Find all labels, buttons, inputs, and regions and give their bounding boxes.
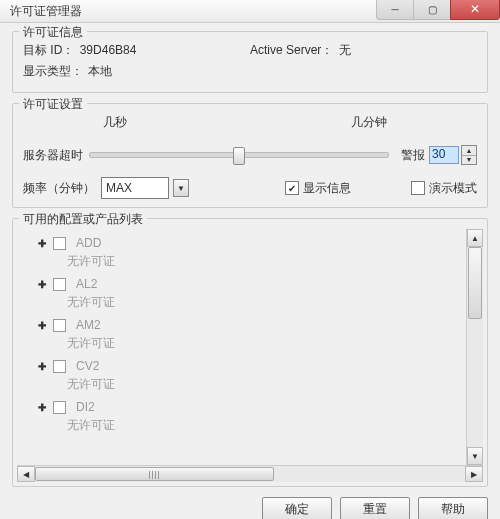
- expand-icon[interactable]: ✚: [37, 238, 47, 248]
- spin-up-icon[interactable]: ▲: [462, 146, 476, 156]
- checkbox-icon: [411, 181, 425, 195]
- help-button[interactable]: 帮助: [418, 497, 488, 519]
- scroll-down-icon[interactable]: ▼: [467, 447, 483, 465]
- frequency-label: 频率（分钟）: [23, 180, 95, 197]
- frequency-select[interactable]: MAX: [101, 177, 169, 199]
- close-button[interactable]: ✕: [450, 0, 500, 20]
- active-server-label: Active Server：: [250, 42, 333, 59]
- vertical-scrollbar[interactable]: ▲ ▼: [466, 229, 483, 465]
- scroll-thumb[interactable]: [468, 247, 482, 319]
- list-item[interactable]: ✚ADD无许可证: [37, 235, 460, 270]
- product-status: 无许可证: [67, 335, 460, 352]
- server-timeout-slider[interactable]: [89, 152, 389, 158]
- product-list-legend: 可用的配置或产品列表: [19, 211, 147, 228]
- product-list[interactable]: ✚ADD无许可证✚AL2无许可证✚AM2无许可证✚CV2无许可证✚DI2无许可证: [17, 229, 466, 465]
- maximize-button[interactable]: ▢: [413, 0, 451, 20]
- display-type-label: 显示类型：: [23, 63, 83, 80]
- license-settings-legend: 许可证设置: [19, 96, 87, 113]
- license-info-legend: 许可证信息: [19, 24, 87, 41]
- titlebar: 许可证管理器 ─ ▢ ✕: [0, 0, 500, 23]
- list-item[interactable]: ✚CV2无许可证: [37, 358, 460, 393]
- footer-buttons: 确定 重置 帮助: [0, 493, 500, 519]
- slider-thumb[interactable]: [233, 147, 245, 165]
- alarm-label: 警报: [401, 147, 425, 164]
- expand-icon[interactable]: ✚: [37, 320, 47, 330]
- product-checkbox[interactable]: [53, 278, 66, 291]
- product-status: 无许可证: [67, 253, 460, 270]
- target-id-value: 39D46B84: [80, 43, 137, 57]
- scroll-right-icon[interactable]: ▶: [465, 466, 483, 482]
- target-id-label: 目标 ID：: [23, 42, 74, 59]
- checkbox-icon: ✔: [285, 181, 299, 195]
- product-code: CV2: [76, 359, 99, 373]
- product-checkbox[interactable]: [53, 401, 66, 414]
- product-checkbox[interactable]: [53, 360, 66, 373]
- expand-icon[interactable]: ✚: [37, 402, 47, 412]
- product-status: 无许可证: [67, 376, 460, 393]
- list-item[interactable]: ✚AM2无许可证: [37, 317, 460, 352]
- list-item[interactable]: ✚AL2无许可证: [37, 276, 460, 311]
- reset-button[interactable]: 重置: [340, 497, 410, 519]
- spin-down-icon[interactable]: ▼: [462, 156, 476, 165]
- active-server-value: 无: [339, 42, 351, 59]
- seconds-label: 几秒: [103, 114, 127, 131]
- product-code: AL2: [76, 277, 97, 291]
- product-status: 无许可证: [67, 417, 460, 434]
- alarm-spinner[interactable]: ▲ ▼: [461, 145, 477, 165]
- minimize-button[interactable]: ─: [376, 0, 414, 20]
- window-title: 许可证管理器: [10, 3, 82, 20]
- chevron-down-icon[interactable]: ▼: [173, 179, 189, 197]
- frequency-value: MAX: [106, 181, 132, 195]
- product-code: ADD: [76, 236, 101, 250]
- ok-button[interactable]: 确定: [262, 497, 332, 519]
- alarm-input[interactable]: 30: [429, 146, 459, 164]
- product-status: 无许可证: [67, 294, 460, 311]
- license-settings-group: 许可证设置 几秒 几分钟 服务器超时 警报 30 ▲ ▼ 频率（分钟） MAX: [12, 103, 488, 208]
- show-info-checkbox[interactable]: ✔ 显示信息: [285, 180, 351, 197]
- product-list-group: 可用的配置或产品列表 ✚ADD无许可证✚AL2无许可证✚AM2无许可证✚CV2无…: [12, 218, 488, 487]
- show-info-label: 显示信息: [303, 180, 351, 197]
- demo-mode-checkbox[interactable]: 演示模式: [411, 180, 477, 197]
- expand-icon[interactable]: ✚: [37, 361, 47, 371]
- product-code: DI2: [76, 400, 95, 414]
- license-info-group: 许可证信息 目标 ID： 39D46B84 显示类型： 本地 Active Se…: [12, 31, 488, 93]
- minutes-label: 几分钟: [351, 114, 387, 131]
- server-timeout-label: 服务器超时: [23, 147, 83, 164]
- product-checkbox[interactable]: [53, 319, 66, 332]
- scroll-thumb[interactable]: [35, 467, 274, 481]
- display-type-value: 本地: [88, 63, 112, 80]
- product-code: AM2: [76, 318, 101, 332]
- list-item[interactable]: ✚DI2无许可证: [37, 399, 460, 434]
- scroll-left-icon[interactable]: ◀: [17, 466, 35, 482]
- expand-icon[interactable]: ✚: [37, 279, 47, 289]
- scroll-up-icon[interactable]: ▲: [467, 229, 483, 247]
- demo-mode-label: 演示模式: [429, 180, 477, 197]
- horizontal-scrollbar[interactable]: ◀ ▶: [17, 465, 483, 482]
- product-checkbox[interactable]: [53, 237, 66, 250]
